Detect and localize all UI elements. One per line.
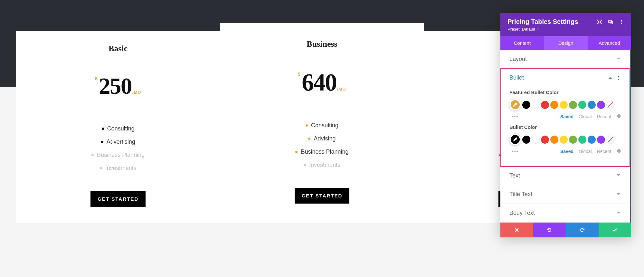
section-bullet-title: Bullet (509, 74, 524, 81)
color-swatch[interactable] (522, 101, 530, 109)
svg-point-4 (621, 22, 622, 23)
get-started-button[interactable]: GET STARTED (90, 191, 146, 207)
panel-preset-dropdown[interactable]: Preset: Default (507, 27, 578, 32)
chevron-up-icon[interactable] (608, 76, 612, 80)
bullet-icon (101, 141, 103, 143)
kebab-menu-icon[interactable] (619, 19, 624, 24)
feature-item: Business Planning (230, 145, 414, 158)
price-period: /MO (337, 87, 346, 91)
tab-advanced[interactable]: Advanced (588, 36, 631, 50)
bullet-icon (295, 151, 298, 153)
section-layout-title: Layout (509, 56, 527, 62)
bullet-icon (308, 138, 310, 140)
color-swatch-transparent[interactable] (606, 101, 614, 109)
color-swatch[interactable] (532, 101, 540, 109)
color-swatch[interactable] (550, 136, 558, 144)
color-picker-active[interactable] (509, 99, 521, 110)
chevron-down-icon (536, 28, 539, 31)
color-swatch[interactable] (569, 101, 577, 109)
save-button[interactable] (599, 223, 631, 237)
color-swatch-transparent[interactable] (606, 136, 614, 144)
panel-tabs: Content Design Advanced (500, 36, 631, 50)
feature-item: Business Planning (26, 148, 210, 162)
feature-label: Business Planning (97, 152, 145, 158)
feature-label: Advertising (107, 138, 135, 145)
tab-design[interactable]: Design (544, 36, 587, 50)
section-body-text-toggle[interactable]: Body Text (500, 204, 630, 222)
panel-header[interactable]: Pricing Tables Settings Preset: Default (500, 13, 631, 36)
chevron-down-icon (616, 210, 621, 216)
feature-label: Advising (314, 135, 336, 142)
link-saved[interactable]: Saved (560, 149, 573, 154)
color-swatch[interactable] (597, 136, 605, 144)
settings-panel: Pricing Tables Settings Preset: Default … (500, 13, 631, 237)
feature-item: Investments (230, 158, 414, 172)
svg-rect-0 (599, 21, 601, 23)
section-text-toggle[interactable]: Text (500, 167, 630, 185)
feature-label: Consulting (311, 122, 338, 129)
bullet-icon (304, 164, 306, 166)
color-swatch[interactable] (578, 136, 586, 144)
price: $ 640 /MO (230, 68, 414, 96)
color-swatch[interactable] (541, 101, 549, 109)
color-swatch[interactable] (578, 101, 586, 109)
link-recent[interactable]: Recent (597, 114, 611, 119)
link-global[interactable]: Global (579, 149, 592, 154)
chevron-down-icon (616, 192, 621, 197)
color-picker-active[interactable] (509, 134, 521, 145)
link-global[interactable]: Global (579, 114, 592, 119)
cancel-button[interactable] (500, 223, 533, 237)
kebab-menu-icon[interactable] (616, 76, 621, 80)
color-swatch[interactable] (550, 101, 558, 109)
chevron-down-icon (616, 173, 621, 179)
devices-icon[interactable] (608, 19, 613, 24)
feature-label: Investments (309, 162, 340, 168)
pricing-card-basic: Basic $ 250 /MO ConsultingAdvertisingBus… (16, 31, 220, 223)
more-icon[interactable]: ••• (509, 114, 519, 119)
color-swatch[interactable] (560, 101, 568, 109)
price: $ 250 /MO (26, 73, 210, 100)
section-layout: Layout (500, 50, 630, 69)
section-title-text-toggle[interactable]: Title Text (500, 185, 630, 204)
gear-icon[interactable] (616, 148, 621, 154)
tab-content[interactable]: Content (500, 36, 544, 50)
panel-preset-label: Preset: Default (507, 27, 535, 32)
feature-item: Investments (26, 162, 210, 175)
card-title: Business (230, 39, 414, 49)
link-saved[interactable]: Saved (560, 114, 573, 119)
gear-icon[interactable] (616, 114, 621, 119)
color-swatch[interactable] (541, 136, 549, 144)
bullet-color-label: Bullet Color (509, 124, 621, 130)
link-recent[interactable]: Recent (597, 149, 611, 154)
price-amount: 640 (302, 68, 336, 96)
bullet-icon (102, 128, 104, 130)
section-title-text: Title Text (500, 185, 630, 204)
svg-point-7 (618, 77, 619, 78)
color-swatch[interactable] (532, 136, 540, 144)
featured-bullet-meta: ••• Saved Global Recent (509, 114, 621, 119)
undo-button[interactable] (533, 223, 566, 237)
bullet-icon (306, 124, 308, 127)
section-layout-toggle[interactable]: Layout (500, 50, 630, 68)
price-currency: $ (95, 76, 98, 81)
color-swatch[interactable] (522, 136, 530, 144)
section-bullet-toggle[interactable]: Bullet (500, 69, 630, 87)
panel-footer (500, 223, 631, 237)
panel-header-actions (597, 18, 624, 24)
color-swatch[interactable] (569, 136, 577, 144)
section-bullet: Bullet Featured Bullet Color ••• Saved G… (500, 69, 630, 167)
expand-icon[interactable] (597, 19, 602, 24)
color-swatch[interactable] (588, 136, 596, 144)
feature-label: Investments (105, 165, 137, 172)
price-amount: 250 (99, 73, 132, 100)
feature-label: Business Planning (301, 148, 348, 155)
color-swatch[interactable] (560, 136, 568, 144)
color-swatch[interactable] (588, 101, 596, 109)
section-body-text-title: Body Text (509, 210, 535, 216)
feature-list: ConsultingAdvertisingBusiness PlanningIn… (26, 122, 210, 175)
redo-button[interactable] (566, 223, 599, 237)
get-started-button[interactable]: GET STARTED (295, 188, 350, 204)
color-swatch[interactable] (597, 101, 605, 109)
check-icon (612, 227, 618, 233)
more-icon[interactable]: ••• (509, 149, 519, 154)
